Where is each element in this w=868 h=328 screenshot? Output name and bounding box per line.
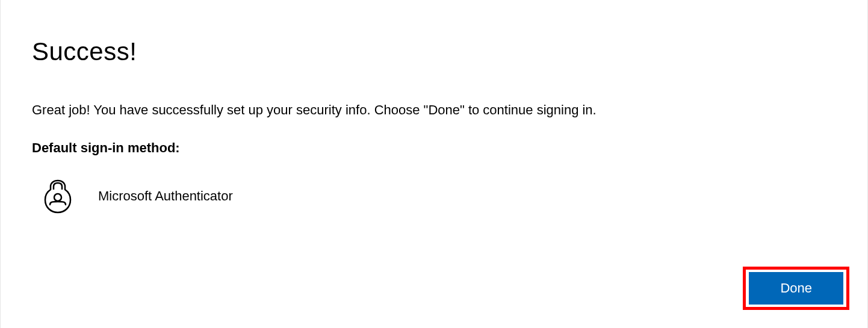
done-button[interactable]: Done [749,272,843,305]
default-method-label: Default sign-in method: [32,140,836,156]
page-title: Success! [32,37,836,66]
authenticator-icon [43,179,73,214]
success-description: Great job! You have successfully set up … [32,101,836,120]
svg-point-0 [54,194,61,201]
default-method-name: Microsoft Authenticator [98,188,233,204]
done-button-highlight: Done [743,267,849,310]
success-panel: Success! Great job! You have successfull… [1,0,867,214]
default-method-row: Microsoft Authenticator [43,179,836,214]
